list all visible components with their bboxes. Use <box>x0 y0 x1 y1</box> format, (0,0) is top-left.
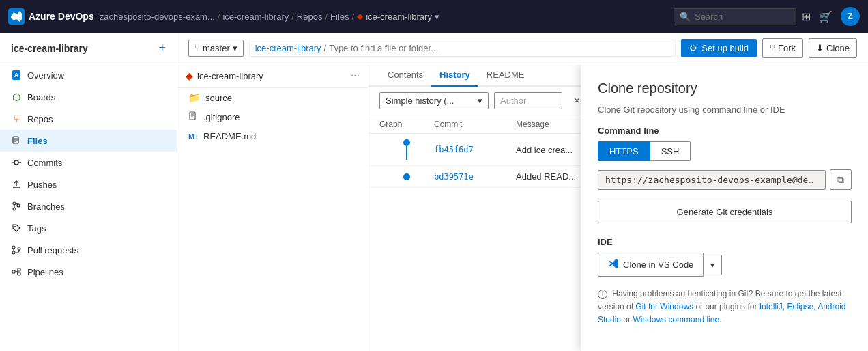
clone-label: Clone <box>826 43 850 53</box>
tab-history[interactable]: History <box>431 64 478 87</box>
filter-dropdown-icon: ▾ <box>478 96 482 106</box>
list-item[interactable]: .gitignore <box>177 107 368 127</box>
sidebar-item-boards[interactable]: ⬡ Boards <box>0 86 177 108</box>
fork-button[interactable]: ⑂ Fork <box>762 38 803 58</box>
file-icon <box>188 111 198 123</box>
breadcrumb-current-repo[interactable]: ◆ ice-cream-library ▾ <box>357 12 439 22</box>
graph-dot <box>403 173 410 180</box>
vscode-chevron-down-icon: ▾ <box>710 260 714 270</box>
tags-icon <box>11 223 22 234</box>
clone-url-display: https://zachesposito-devops-example@dev.… <box>598 170 826 190</box>
list-item[interactable]: M↓ README.md <box>177 127 368 145</box>
filter-label: Simple history (... <box>386 96 454 106</box>
sidebar-label-files: Files <box>27 136 48 146</box>
cart-icon[interactable]: 🛒 <box>819 10 833 23</box>
vscode-dropdown-button[interactable]: ▾ <box>704 255 722 275</box>
sidebar-project-title: ice-cream-library <box>11 43 88 54</box>
author-placeholder: Author <box>500 96 526 106</box>
file-panel-repo-name: ice-cream-library <box>197 71 263 81</box>
file-panel-header: ◆ ice-cream-library ··· <box>177 64 368 88</box>
generate-git-credentials-button[interactable]: Generate Git credentials <box>598 201 852 223</box>
graph-dot <box>403 139 410 146</box>
help-link-windows-cmd[interactable]: Windows command line <box>633 315 719 324</box>
sidebar-label-pushes: Pushes <box>27 180 57 190</box>
breadcrumb: zachesposito-devops-exam... / ice-cream-… <box>100 12 668 22</box>
repos-icon: ⑂ <box>11 113 22 124</box>
column-commit: Commit <box>434 120 516 129</box>
breadcrumb-current-name: ice-cream-library <box>366 12 432 22</box>
help-link-intellij[interactable]: IntelliJ <box>760 302 783 311</box>
sidebar-item-commits[interactable]: Commits <box>0 152 177 173</box>
path-separator: / <box>324 43 327 53</box>
commit-hash[interactable]: fb45f6d7 <box>434 145 516 154</box>
svg-point-9 <box>12 246 15 249</box>
breadcrumb-org[interactable]: zachesposito-devops-exam... <box>100 12 215 22</box>
user-avatar[interactable]: Z <box>841 7 860 26</box>
help-text-or1: or our plugins for <box>693 302 760 311</box>
file-panel: ◆ ice-cream-library ··· 📁 source <box>177 64 368 351</box>
svg-point-6 <box>13 208 16 210</box>
sidebar-label-tags: Tags <box>27 223 46 234</box>
setup-build-button[interactable]: ⚙ Set up build <box>681 39 757 57</box>
sidebar: ice-cream-library + A Overview ⬡ Boards … <box>0 33 177 351</box>
files-icon <box>11 135 22 146</box>
search-box[interactable]: 🔍 <box>674 8 796 25</box>
help-link-eclipse[interactable]: Eclipse <box>787 302 813 311</box>
sidebar-label-repos: Repos <box>27 114 53 124</box>
repo-icon: ◆ <box>357 12 363 21</box>
proto-ssh-button[interactable]: SSH <box>650 141 691 161</box>
help-text-period: . <box>719 315 721 324</box>
grid-icon[interactable]: ⊞ <box>802 10 811 23</box>
help-text-or2: or <box>621 315 633 324</box>
sidebar-add-button[interactable]: + <box>158 41 166 55</box>
fork-icon: ⑂ <box>770 43 775 53</box>
help-link-git-windows[interactable]: Git for Windows <box>635 302 693 311</box>
tab-readme[interactable]: README <box>478 64 533 87</box>
top-navigation: Azure DevOps zachesposito-devops-exam...… <box>0 0 868 33</box>
branch-selector[interactable]: ⑂ master ▾ <box>188 40 244 57</box>
sidebar-item-tags[interactable]: Tags <box>0 217 177 239</box>
commits-icon <box>11 157 22 168</box>
column-graph: Graph <box>379 120 434 129</box>
branch-icon: ⑂ <box>194 43 200 53</box>
sidebar-item-overview[interactable]: A Overview <box>0 64 177 86</box>
history-filter-dropdown[interactable]: Simple history (... ▾ <box>379 92 489 109</box>
branch-name: master <box>203 43 230 53</box>
file-panel-more-button[interactable]: ··· <box>351 70 360 82</box>
folder-icon: 📁 <box>188 92 200 103</box>
path-bar: ice-cream-library / <box>249 40 676 57</box>
vscode-icon <box>608 258 619 271</box>
clone-button[interactable]: ⬇ Clone <box>809 38 857 58</box>
breadcrumb-sep1: / <box>218 12 220 22</box>
breadcrumb-subsection[interactable]: Files <box>330 12 349 22</box>
content-area: ⑂ master ▾ ice-cream-library / ⚙ Set up … <box>177 33 868 351</box>
sidebar-item-pullrequests[interactable]: Pull requests <box>0 239 177 261</box>
sidebar-item-files[interactable]: Files <box>0 130 177 152</box>
git-creds-label: Generate Git credentials <box>677 207 773 217</box>
brand-logo[interactable]: Azure DevOps <box>8 8 94 25</box>
svg-point-1 <box>14 160 18 165</box>
pullrequests-icon <box>11 244 22 255</box>
sidebar-item-pushes[interactable]: Pushes <box>0 173 177 195</box>
clone-subtitle: Clone Git repository using command line … <box>598 104 852 115</box>
author-filter[interactable]: Author <box>494 92 562 109</box>
sidebar-item-repos[interactable]: ⑂ Repos <box>0 108 177 130</box>
list-item[interactable]: 📁 source <box>177 88 368 107</box>
info-icon: i <box>598 290 607 299</box>
graph-col <box>379 173 434 180</box>
copy-url-button[interactable]: ⧉ <box>830 169 852 190</box>
sidebar-label-pullrequests: Pull requests <box>27 245 78 255</box>
breadcrumb-section[interactable]: Repos <box>297 12 323 22</box>
tab-contents[interactable]: Contents <box>379 64 431 87</box>
commit-hash[interactable]: bd39571e <box>434 172 516 182</box>
sidebar-label-pipelines: Pipelines <box>27 267 63 277</box>
sidebar-item-pipelines[interactable]: Pipelines <box>0 261 177 283</box>
sidebar-label-overview: Overview <box>27 70 64 81</box>
clone-vscode-button[interactable]: Clone in VS Code <box>598 253 704 277</box>
search-input[interactable] <box>695 12 777 22</box>
breadcrumb-repo1[interactable]: ice-cream-library <box>222 12 289 22</box>
branch-dropdown-icon: ▾ <box>233 43 237 53</box>
sidebar-item-branches[interactable]: Branches <box>0 195 177 217</box>
path-input[interactable] <box>329 43 669 53</box>
proto-https-button[interactable]: HTTPS <box>598 141 650 161</box>
